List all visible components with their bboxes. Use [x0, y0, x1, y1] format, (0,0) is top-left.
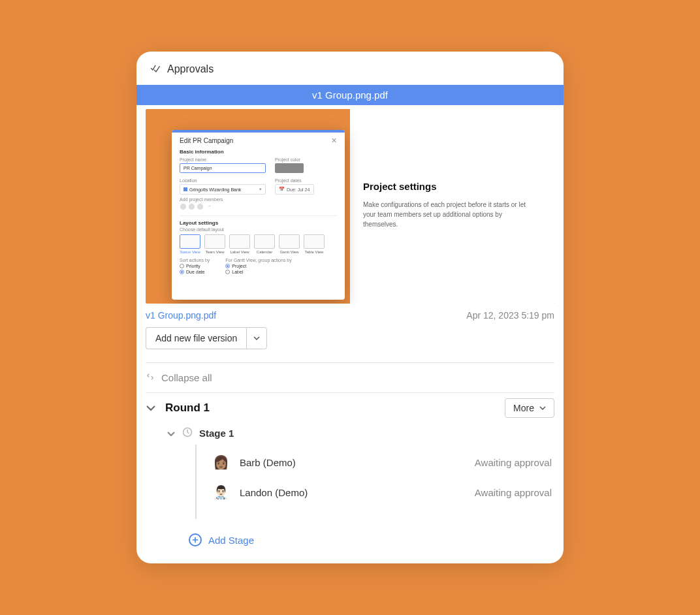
preview-right: Project settings Make configurations of …	[350, 109, 554, 304]
collapse-icon	[146, 372, 155, 383]
members-label: Add project members	[180, 197, 337, 202]
location-select: Gringotts Wizarding Bank ▾	[180, 184, 266, 195]
approver-name: Barb (Demo)	[240, 457, 296, 468]
round-name: Round 1	[165, 402, 210, 415]
panel-title: Approvals	[167, 63, 214, 75]
add-version-caret[interactable]	[246, 327, 267, 349]
stage-name: Stage 1	[199, 428, 234, 439]
preview-heading: Project settings	[363, 181, 536, 192]
file-link[interactable]: v1 Group.png.pdf	[146, 310, 216, 321]
caret-down-icon	[253, 336, 260, 340]
basic-info-label: Basic information	[172, 148, 345, 156]
round-header: Round 1 More	[136, 393, 564, 420]
approver-row: 👩🏽 Barb (Demo) Awaiting approval	[197, 447, 554, 477]
stage-block: Stage 1 👩🏽 Barb (Demo) Awaiting approval…	[136, 420, 564, 529]
layout-thumbs: Status View Team View Label View Calenda…	[172, 233, 345, 255]
approvals-icon	[150, 62, 161, 76]
dialog-title: Edit PR Campaign	[180, 137, 233, 144]
preview-area: Edit PR Campaign ✕ Basic information Pro…	[136, 109, 564, 304]
add-stage-button[interactable]: Add Stage	[136, 529, 564, 563]
project-color-label: Project color	[275, 157, 304, 162]
approver-status: Awaiting approval	[475, 457, 552, 468]
preview-frame[interactable]: Edit PR Campaign ✕ Basic information Pro…	[146, 109, 554, 304]
calendar-icon: 📅	[279, 187, 285, 192]
panel-header: Approvals	[136, 52, 564, 85]
plus-icon	[189, 533, 202, 546]
avatar: 👨🏻‍⚕️	[211, 482, 231, 502]
approver-name: Landon (Demo)	[240, 487, 308, 498]
collapse-all-label: Collapse all	[161, 372, 212, 383]
add-stage-label: Add Stage	[208, 535, 254, 546]
approvals-panel: Approvals v1 Group.png.pdf Edit PR Campa…	[136, 52, 564, 563]
preview-body: Make configurations of each project befo…	[363, 200, 536, 229]
approvers-list: 👩🏽 Barb (Demo) Awaiting approval 👨🏻‍⚕️ L…	[195, 445, 554, 519]
clock-icon	[182, 427, 193, 439]
close-icon: ✕	[331, 136, 337, 145]
file-name-bar: v1 Group.png.pdf	[136, 85, 564, 105]
layout-section-label: Layout settings	[172, 219, 345, 227]
approver-row: 👨🏻‍⚕️ Landon (Demo) Awaiting approval	[197, 477, 554, 507]
file-meta-row: v1 Group.png.pdf Apr 12, 2023 5:19 pm	[136, 304, 564, 321]
round-more-button[interactable]: More	[505, 398, 554, 418]
stage-header: Stage 1	[167, 427, 554, 439]
add-version-group: Add new file version	[146, 327, 554, 349]
member-badges: →	[180, 203, 337, 210]
chevron-down-icon[interactable]	[146, 402, 156, 414]
dialog-mock: Edit PR Campaign ✕ Basic information Pro…	[172, 130, 345, 300]
project-name-label: Project name	[180, 157, 266, 162]
project-name-input: PR Campaign	[180, 163, 266, 173]
dates-label: Project dates	[275, 178, 314, 183]
add-version-button[interactable]: Add new file version	[146, 327, 246, 349]
date-display: 📅 Due: Jul 24	[275, 184, 314, 195]
chevron-down-icon[interactable]	[167, 428, 176, 439]
approver-status: Awaiting approval	[475, 487, 552, 498]
avatar: 👩🏽	[211, 452, 231, 472]
caret-down-icon	[539, 406, 546, 410]
choose-layout-label: Choose default layout	[172, 227, 345, 232]
file-timestamp: Apr 12, 2023 5:19 pm	[466, 310, 554, 321]
collapse-all-button[interactable]: Collapse all	[136, 363, 564, 392]
more-label: More	[513, 403, 534, 413]
location-label: Location	[180, 178, 266, 183]
color-swatch	[275, 163, 304, 173]
preview-left: Edit PR Campaign ✕ Basic information Pro…	[146, 109, 350, 304]
